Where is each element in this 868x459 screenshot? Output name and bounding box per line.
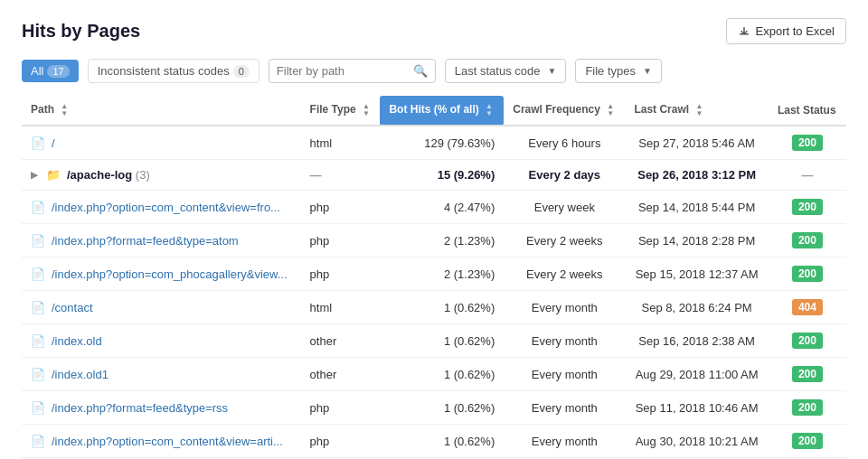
col-last-status: Last Status xyxy=(769,96,846,126)
bot-hits-cell: 2 (1.23%) xyxy=(380,258,504,291)
bot-hits-cell: 1 (0.62%) xyxy=(380,425,504,458)
status-badge: 404 xyxy=(792,299,823,315)
last-crawl-value: Sep 15, 2018 12:37 AM xyxy=(636,267,759,281)
crawl-freq-value: Every month xyxy=(532,301,598,314)
last-crawl-cell: Sep 14, 2018 5:44 PM xyxy=(625,191,768,224)
crawl-freq-value: Every month xyxy=(532,368,598,381)
table-row: 📄/index.php?format=feed&type=atomphp2 (1… xyxy=(22,224,846,258)
last-status-cell: 404 xyxy=(769,291,846,324)
crawl-freq-cell: Every 2 weeks xyxy=(504,224,625,258)
export-icon xyxy=(738,25,750,38)
last-status-dropdown[interactable]: Last status code ▼ xyxy=(445,59,567,83)
path-text[interactable]: /index.php?option=com_content&view=fro..… xyxy=(52,201,280,214)
tab-inconsistent-count: 0 xyxy=(233,65,250,78)
last-crawl-cell: Sep 8, 2018 6:24 PM xyxy=(625,291,768,324)
status-badge: 200 xyxy=(792,266,823,282)
file-icon: 📄 xyxy=(31,301,45,314)
path-text[interactable]: /index.php?format=feed&type=atom xyxy=(52,234,239,248)
status-badge: 200 xyxy=(792,366,823,382)
crawl-freq-value: Every month xyxy=(532,435,598,448)
last-status-cell: 200 xyxy=(769,126,846,160)
bot-hits-value: 2 (1.23%) xyxy=(444,234,495,248)
status-badge: 200 xyxy=(792,399,823,416)
file-icon: 📄 xyxy=(31,136,45,150)
crawl-freq-value: Every 2 weeks xyxy=(526,267,603,281)
export-button[interactable]: Export to Excel xyxy=(726,18,846,44)
last-status-cell: — xyxy=(769,160,846,191)
last-status-cell: 200 xyxy=(769,258,846,291)
tab-inconsistent[interactable]: Inconsistent status codes 0 xyxy=(88,59,259,83)
crawl-freq-cell: Every month xyxy=(504,391,625,425)
sort-icon-crawlfreq: ▲▼ xyxy=(607,103,614,117)
search-input[interactable] xyxy=(277,64,408,78)
crawl-freq-cell: Every 6 hours xyxy=(504,126,625,160)
status-badge: 200 xyxy=(792,135,823,151)
bot-hits-cell: 129 (79.63%) xyxy=(380,126,504,160)
last-crawl-cell: Sep 16, 2018 2:38 AM xyxy=(625,324,768,358)
path-text[interactable]: /index.old1 xyxy=(52,368,108,381)
file-types-label: File types xyxy=(585,64,636,78)
folder-icon: 📁 xyxy=(46,168,61,182)
col-last-crawl[interactable]: Last Crawl ▲▼ xyxy=(625,96,768,126)
file-type-cell: html xyxy=(301,291,381,324)
last-crawl-value: Sep 11, 2018 10:46 AM xyxy=(636,401,759,415)
file-type-cell: php xyxy=(301,258,381,291)
last-status-cell: 200 xyxy=(769,191,846,224)
path-text[interactable]: /index.php?option=com_content&view=arti.… xyxy=(52,435,283,448)
last-crawl-cell: Sep 27, 2018 5:46 AM xyxy=(625,126,768,160)
toolbar: All 17 Inconsistent status codes 0 🔍 Las… xyxy=(22,59,846,83)
sort-icon-lastcrawl: ▲▼ xyxy=(695,103,703,117)
sort-icon-filetype: ▲▼ xyxy=(363,103,370,117)
path-cell: 📄/index.php?format=feed&type=rss xyxy=(22,391,301,425)
table-row: 📄/index.php?option=com_content&view=arti… xyxy=(22,425,846,458)
collapse-arrow[interactable]: ▶ xyxy=(31,170,38,180)
table-row: 📄/index.php?option=com_content&view=fro.… xyxy=(22,191,846,224)
last-status-cell: 200 xyxy=(769,391,846,425)
last-status-cell: 200 xyxy=(769,358,846,391)
search-box: 🔍 xyxy=(269,59,436,83)
bot-hits-cell: 1 (0.62%) xyxy=(380,324,504,358)
tab-all[interactable]: All 17 xyxy=(22,60,79,82)
file-type-cell: html xyxy=(301,126,381,160)
chevron-down-icon: ▼ xyxy=(547,66,556,76)
last-crawl-value: Sep 16, 2018 2:38 AM xyxy=(638,334,755,348)
dash: — xyxy=(310,168,322,182)
file-type-cell: php xyxy=(301,425,381,458)
file-type-cell: php xyxy=(301,224,381,258)
bot-hits-value: 15 (9.26%) xyxy=(438,168,495,182)
file-types-dropdown[interactable]: File types ▼ xyxy=(575,59,662,83)
path-text[interactable]: / xyxy=(52,136,55,150)
crawl-freq-cell: Every week xyxy=(504,191,625,224)
file-icon: 📄 xyxy=(31,201,45,214)
crawl-freq-cell: Every month xyxy=(504,358,625,391)
file-icon: 📄 xyxy=(31,435,45,448)
last-crawl-cell: Aug 30, 2018 10:21 AM xyxy=(625,425,768,458)
file-icon: 📄 xyxy=(31,401,45,415)
col-crawl-freq[interactable]: Crawl Frequency ▲▼ xyxy=(504,96,625,126)
path-text[interactable]: /index.php?format=feed&type=rss xyxy=(52,401,228,415)
bot-hits-value: 1 (0.62%) xyxy=(444,435,495,448)
bot-hits-cell: 1 (0.62%) xyxy=(380,391,504,425)
col-bot-hits[interactable]: Bot Hits (% of all) ▲▼ xyxy=(380,96,504,126)
status-dash: — xyxy=(801,168,813,182)
bot-hits-value: 1 (0.62%) xyxy=(444,401,495,415)
table-row: 📄/html129 (79.63%)Every 6 hoursSep 27, 2… xyxy=(22,126,846,160)
path-text[interactable]: /contact xyxy=(52,301,93,314)
table-body: 📄/html129 (79.63%)Every 6 hoursSep 27, 2… xyxy=(22,126,846,458)
hits-table: Path ▲▼ File Type ▲▼ Bot Hits (% of all)… xyxy=(22,96,846,458)
path-text[interactable]: /index.old xyxy=(52,334,102,348)
crawl-freq-value: Every 2 weeks xyxy=(526,234,603,248)
svg-rect-1 xyxy=(743,27,745,33)
path-cell: 📄/ xyxy=(22,126,301,160)
path-text[interactable]: /apache-log (3) xyxy=(67,168,150,182)
crawl-freq-cell: Every month xyxy=(504,425,625,458)
file-type-cell: — xyxy=(301,160,381,191)
col-file-type[interactable]: File Type ▲▼ xyxy=(301,96,381,126)
bot-hits-value: 129 (79.63%) xyxy=(424,136,495,150)
table-row: 📄/contacthtml1 (0.62%)Every monthSep 8, … xyxy=(22,291,846,324)
path-cell: 📄/index.php?option=com_content&view=arti… xyxy=(22,425,301,458)
crawl-freq-value: Every month xyxy=(532,401,598,415)
path-text[interactable]: /index.php?option=com_phocagallery&view.… xyxy=(52,267,288,281)
col-path[interactable]: Path ▲▼ xyxy=(22,96,301,126)
bot-hits-value: 1 (0.62%) xyxy=(444,301,495,314)
